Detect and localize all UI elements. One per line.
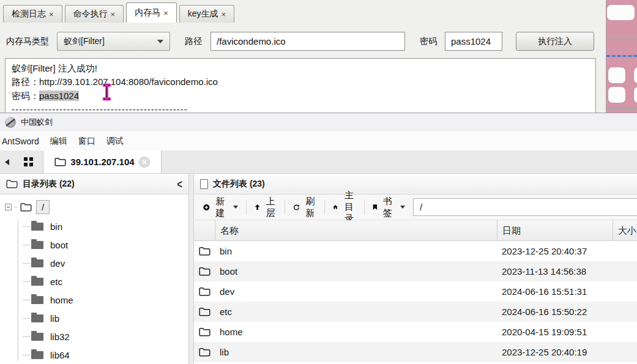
collapse-node-icon[interactable] xyxy=(5,204,12,210)
tab-key-gen[interactable]: key生成 × xyxy=(179,5,234,23)
close-session-icon[interactable]: × xyxy=(139,157,150,168)
file-name: etc xyxy=(215,306,497,317)
folder-icon xyxy=(199,327,210,336)
tree-root-row[interactable]: / xyxy=(5,199,188,215)
output-password-value-selected: pass1024 xyxy=(39,91,79,101)
grid-icon xyxy=(24,157,28,161)
tree-item-label: lib xyxy=(50,313,59,324)
bookmark-icon xyxy=(373,202,378,212)
new-button-label: 新建 xyxy=(214,196,226,219)
home-icon xyxy=(333,202,338,212)
triangle-left-icon xyxy=(5,159,9,165)
tree-item-label: boot xyxy=(50,240,68,250)
bookmark-button-label: 书签 xyxy=(382,196,393,219)
tree-item-bin[interactable]: bin xyxy=(5,217,188,236)
tree-item-label: lib64 xyxy=(50,350,70,360)
file-toolbar: 新建 上层 刷新 xyxy=(194,195,637,220)
path-input[interactable] xyxy=(210,32,405,51)
column-size-header[interactable]: 大小 xyxy=(613,220,637,241)
folder-icon xyxy=(199,267,210,276)
tab-detect-log[interactable]: 检测日志 × xyxy=(3,5,62,23)
file-icon xyxy=(200,179,208,189)
chevron-down-icon xyxy=(233,206,238,209)
tab-close-icon[interactable]: × xyxy=(49,10,54,19)
collapse-panel-button[interactable]: < xyxy=(177,177,182,190)
toolbar-divider xyxy=(285,200,285,215)
memshell-tab-strip: 检测日志 × 命令执行 × 内存马 × key生成 × xyxy=(3,2,234,23)
tab-command-exec[interactable]: 命令执行 × xyxy=(65,5,124,23)
file-date: 2023-12-25 20:40:37 xyxy=(497,246,613,256)
output-url-label: 路径： xyxy=(12,76,39,87)
password-input[interactable] xyxy=(445,32,502,51)
file-row-home[interactable]: home 2020-04-15 19:09:51 xyxy=(194,322,637,342)
file-row-lib[interactable]: lib 2023-12-25 20:40:19 xyxy=(194,342,637,362)
up-level-button[interactable]: 上层 xyxy=(255,196,277,219)
folder-icon xyxy=(6,179,18,188)
menu-antsword[interactable]: AntSword xyxy=(0,133,45,150)
antsword-logo-icon xyxy=(5,117,16,128)
file-name: bin xyxy=(215,246,497,256)
open-folder-icon xyxy=(20,202,32,212)
tree-item-lib[interactable]: lib xyxy=(5,309,188,327)
new-button[interactable]: 新建 xyxy=(203,196,238,219)
pink-page-card xyxy=(607,5,635,20)
home-dir-button[interactable]: 主目录 xyxy=(333,190,356,225)
tree-item-lib64[interactable]: lib64 xyxy=(5,346,188,364)
tab-close-icon[interactable]: × xyxy=(222,10,226,19)
tree-item-dev[interactable]: dev xyxy=(5,254,188,272)
folder-icon xyxy=(199,287,210,296)
refresh-button[interactable]: 刷新 xyxy=(293,196,316,219)
injection-output[interactable]: 蚁剑[Filter] 注入成功! 路径：http://39.101.207.10… xyxy=(5,58,596,113)
tree-item-lib32[interactable]: lib32 xyxy=(5,327,188,346)
output-divider: ----------------------------------------… xyxy=(12,103,589,113)
folder-icon xyxy=(31,296,43,304)
file-row-etc[interactable]: etc 2024-06-16 15:50:22 xyxy=(194,302,637,322)
file-row-dev[interactable]: dev 2024-06-16 15:51:31 xyxy=(194,281,637,302)
directory-panel-title: 目录列表 (22) xyxy=(23,179,75,190)
session-tab-host[interactable]: 39.101.207.104 × xyxy=(43,150,162,173)
file-panel: 文件列表 (23) 新建 上层 xyxy=(194,174,637,364)
pink-page-card xyxy=(608,87,625,103)
window-title: 中国蚁剑 xyxy=(21,117,53,128)
shell-type-select[interactable]: 蚁剑[Filter] xyxy=(57,32,170,51)
folder-icon xyxy=(54,157,66,166)
session-host-label: 39.101.207.104 xyxy=(70,157,134,167)
bookmark-button[interactable]: 书签 xyxy=(373,196,405,219)
output-line-success: 蚁剑[Filter] 注入成功! xyxy=(12,62,589,75)
tab-close-icon[interactable]: × xyxy=(163,9,168,18)
scroll-tabs-left-button[interactable] xyxy=(0,150,13,173)
tree-item-etc[interactable]: etc xyxy=(5,272,188,291)
file-name: boot xyxy=(215,266,497,277)
pink-page-dashed-line xyxy=(606,55,637,57)
file-row-bin[interactable]: bin 2023-12-25 20:40:37 xyxy=(194,241,637,261)
panel-splitter[interactable] xyxy=(188,174,194,364)
tree-root-label[interactable]: / xyxy=(36,200,50,214)
menu-debug[interactable]: 调试 xyxy=(101,132,129,150)
plus-circle-icon xyxy=(203,202,210,212)
shell-type-value: 蚁剑[Filter] xyxy=(64,36,105,47)
column-name-header[interactable]: 名称 xyxy=(215,220,497,241)
memshell-tool-window: 检测日志 × 命令执行 × 内存马 × key生成 × 内存马类型 蚁剑[Fil… xyxy=(0,0,606,113)
tab-close-icon[interactable]: × xyxy=(111,10,116,19)
pink-page-card xyxy=(634,87,637,103)
inject-button[interactable]: 执行注入 xyxy=(516,32,594,51)
dashboard-tab[interactable] xyxy=(13,150,43,173)
folder-icon xyxy=(31,259,43,267)
directory-panel-header: 目录列表 (22) < xyxy=(0,174,188,195)
file-row-boot[interactable]: boot 2023-11-13 14:56:38 xyxy=(194,261,637,281)
tree-connector xyxy=(14,207,18,207)
file-table-body: bin 2023-12-25 20:40:37 boot 2023-11-13 … xyxy=(194,241,637,364)
tree-item-home[interactable]: home xyxy=(5,291,188,309)
tab-memshell[interactable]: 内存马 × xyxy=(126,2,177,23)
current-path-input[interactable] xyxy=(413,198,637,216)
tree-item-boot[interactable]: boot xyxy=(5,236,188,254)
folder-icon xyxy=(31,314,43,322)
menu-window[interactable]: 窗口 xyxy=(73,132,101,150)
column-date-header[interactable]: 日期 xyxy=(497,220,613,241)
folder-icon xyxy=(31,351,43,359)
pink-page-card xyxy=(634,67,637,83)
menu-edit[interactable]: 编辑 xyxy=(45,132,73,150)
ibeam-cursor-icon xyxy=(102,83,112,101)
output-line-password: 密码：pass1024 xyxy=(12,89,589,103)
refresh-button-label: 刷新 xyxy=(304,196,316,219)
